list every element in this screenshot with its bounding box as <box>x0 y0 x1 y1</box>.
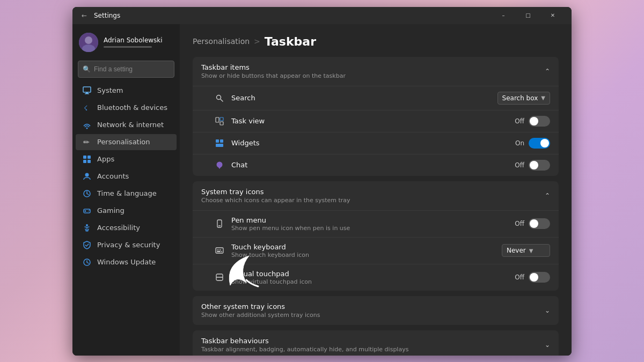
svg-rect-27 <box>220 117 223 121</box>
touch-keyboard-text: Touch keyboard Show touch keyboard icon <box>231 243 502 258</box>
taskbar-behaviours-header[interactable]: Taskbar behaviours Taskbar alignment, ba… <box>193 330 559 356</box>
task-view-item-row: Task view Off <box>193 110 559 132</box>
close-button[interactable]: ✕ <box>540 7 565 24</box>
sidebar-item-system[interactable]: System <box>76 83 177 99</box>
system-tray-header[interactable]: System tray icons Choose which icons can… <box>193 181 559 210</box>
system-tray-title: System tray icons <box>201 188 350 196</box>
virtual-touchpad-row: Virtual touchpad Show virtual touchpad i… <box>193 264 559 291</box>
pen-menu-desc: Show pen menu icon when pen is in use <box>231 225 515 232</box>
breadcrumb: Personalisation > Taskbar <box>193 35 559 48</box>
svg-rect-4 <box>85 93 89 94</box>
pen-menu-row: Pen menu Show pen menu icon when pen is … <box>193 210 559 237</box>
other-icons-subtitle: Show other additional system tray icons <box>201 312 320 319</box>
accounts-icon <box>82 172 92 181</box>
widgets-toggle-label: On <box>515 139 524 147</box>
chat-item-row: Chat Off <box>193 154 559 176</box>
taskbar-items-header[interactable]: Taskbar items Show or hide buttons that … <box>193 57 559 86</box>
time-icon <box>82 189 92 198</box>
search-box[interactable]: 🔍 <box>78 61 174 78</box>
sidebar-item-bluetooth-label: Bluetooth & devices <box>97 104 167 112</box>
content-area: Adrian Sobolewski 🔍 System ☇ Bluetoot <box>72 24 572 356</box>
touch-keyboard-dropdown-value: Never <box>507 247 526 254</box>
svg-rect-29 <box>216 139 219 143</box>
sidebar-item-accounts[interactable]: Accounts <box>76 168 177 184</box>
settings-window: ← Settings – □ ✕ Adrian Sobolewski <box>72 7 572 356</box>
taskbar-items-header-left: Taskbar items Show or hide buttons that … <box>201 63 346 79</box>
taskbar-items-chevron: ⌃ <box>545 68 550 75</box>
sidebar-item-bluetooth[interactable]: ☇ Bluetooth & devices <box>76 100 177 116</box>
virtual-touchpad-toggle-label: Off <box>515 274 524 281</box>
breadcrumb-current: Taskbar <box>265 35 316 48</box>
task-view-toggle[interactable] <box>529 116 550 127</box>
user-section[interactable]: Adrian Sobolewski <box>72 28 180 58</box>
toggle-thumb <box>530 219 538 228</box>
virtual-touchpad-toggle[interactable] <box>529 272 550 283</box>
taskbar-behaviours-subtitle: Taskbar alignment, badging, automaticall… <box>201 346 408 353</box>
back-button[interactable]: ← <box>79 10 90 21</box>
search-input[interactable] <box>94 65 174 73</box>
virtual-touchpad-title: Virtual touchpad <box>231 270 515 278</box>
touch-keyboard-dropdown[interactable]: Never ▼ <box>502 244 550 257</box>
user-subtitle <box>104 46 152 48</box>
minimize-button[interactable]: – <box>491 7 516 24</box>
touch-keyboard-title: Touch keyboard <box>231 243 502 251</box>
taskbar-behaviours-chevron: ⌄ <box>545 341 550 349</box>
window-title: Settings <box>94 12 491 19</box>
search-item-control: Search box ▼ <box>497 92 550 105</box>
other-icons-title: Other system tray icons <box>201 302 320 311</box>
widgets-toggle[interactable] <box>529 138 550 149</box>
task-view-control: Off <box>515 116 550 127</box>
svg-line-25 <box>221 99 223 101</box>
svg-rect-26 <box>216 117 219 122</box>
sidebar-item-gaming[interactable]: Gaming <box>76 203 177 219</box>
network-icon <box>82 120 92 130</box>
search-item-row: Search Search box ▼ <box>193 86 559 110</box>
search-dropdown[interactable]: Search box ▼ <box>497 92 550 105</box>
pen-menu-text: Pen menu Show pen menu icon when pen is … <box>231 216 515 232</box>
sidebar-item-time-label: Time & language <box>97 189 157 197</box>
toggle-thumb <box>540 139 549 147</box>
chevron-down-icon: ▼ <box>529 248 533 254</box>
svg-point-21 <box>89 210 90 211</box>
pen-menu-control: Off <box>515 218 550 229</box>
main-content: Personalisation > Taskbar Taskbar items … <box>180 24 572 356</box>
user-name: Adrian Sobolewski <box>104 36 163 44</box>
svg-rect-5 <box>86 92 88 93</box>
sidebar-item-personalisation[interactable]: ✏ Personalisation <box>76 134 177 150</box>
widgets-control: On <box>515 138 550 149</box>
breadcrumb-parent[interactable]: Personalisation <box>193 37 250 46</box>
update-icon <box>82 257 92 267</box>
sidebar-item-accessibility[interactable]: Accessibility <box>76 220 177 236</box>
system-tray-header-left: System tray icons Choose which icons can… <box>201 188 350 204</box>
toggle-thumb <box>530 273 538 282</box>
titlebar: ← Settings – □ ✕ <box>72 7 572 24</box>
sidebar-item-windows-update-label: Windows Update <box>97 258 156 266</box>
toggle-thumb <box>530 117 538 125</box>
sidebar-item-time[interactable]: Time & language <box>76 186 177 202</box>
chat-toggle[interactable] <box>529 160 550 171</box>
touch-keyboard-desc: Show touch keyboard icon <box>231 252 502 258</box>
pen-menu-toggle[interactable] <box>529 218 550 229</box>
search-item-title: Search <box>231 94 497 102</box>
widgets-title: Widgets <box>231 139 515 147</box>
svg-point-13 <box>85 173 89 176</box>
svg-point-22 <box>86 224 88 226</box>
sidebar-item-windows-update[interactable]: Windows Update <box>76 254 177 270</box>
virtual-touchpad-icon <box>214 272 225 283</box>
sidebar-item-personalisation-label: Personalisation <box>97 138 150 146</box>
other-icons-header[interactable]: Other system tray icons Show other addit… <box>193 296 559 325</box>
taskbar-behaviours-title: Taskbar behaviours <box>201 337 408 345</box>
sidebar-item-privacy[interactable]: Privacy & security <box>76 237 177 253</box>
sidebar-item-apps[interactable]: Apps <box>76 151 177 167</box>
touch-keyboard-row: Touch keyboard Show touch keyboard icon … <box>193 237 559 264</box>
svg-rect-28 <box>220 122 223 125</box>
task-view-toggle-label: Off <box>515 117 524 125</box>
toggle-thumb <box>530 161 538 169</box>
bluetooth-icon: ☇ <box>82 103 92 113</box>
chat-text: Chat <box>231 161 515 169</box>
taskbar-items-section: Taskbar items Show or hide buttons that … <box>193 57 559 176</box>
touch-keyboard-icon <box>214 245 225 256</box>
maximize-button[interactable]: □ <box>516 7 540 24</box>
privacy-icon <box>82 240 92 250</box>
sidebar-item-network[interactable]: Network & internet <box>76 117 177 133</box>
